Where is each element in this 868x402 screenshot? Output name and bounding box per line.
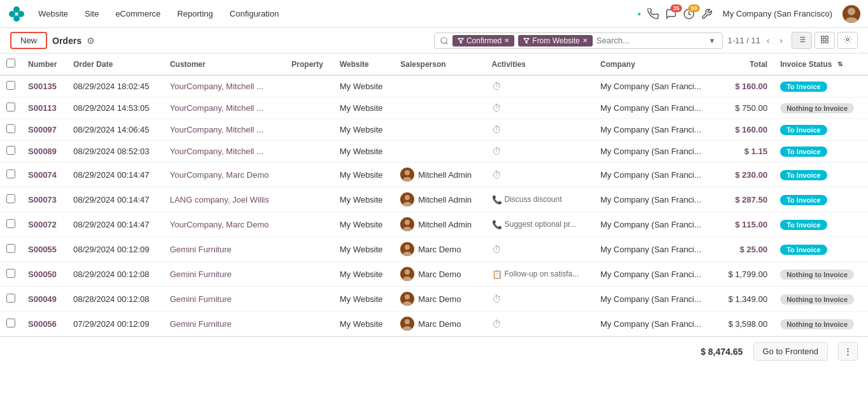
filter-confirmed[interactable]: Confirmed ✕: [452, 35, 514, 47]
nav-ecommerce[interactable]: eCommerce: [109, 6, 167, 21]
table-row: S0007308/29/2024 00:14:47LANG company, J…: [0, 187, 868, 212]
col-header-salesperson[interactable]: Salesperson: [394, 54, 485, 75]
activity-clock: ⏱: [492, 294, 588, 305]
cell-number[interactable]: S00073: [22, 187, 67, 212]
salesperson-cell: Marc Demo: [400, 267, 479, 281]
row-checkbox[interactable]: [6, 319, 15, 327]
filter-icon2: [523, 38, 530, 44]
cell-activities[interactable]: ⏱: [486, 75, 594, 97]
nav-site[interactable]: Site: [78, 6, 105, 21]
page-title: Orders: [52, 36, 82, 46]
cell-customer[interactable]: YourCompany, Mitchell ...: [163, 141, 285, 162]
cell-date: 07/29/2024 00:12:09: [67, 312, 163, 336]
search-input[interactable]: [597, 36, 704, 45]
cell-number[interactable]: S00135: [22, 75, 67, 97]
row-checkbox[interactable]: [6, 146, 15, 155]
row-checkbox[interactable]: [6, 124, 15, 133]
next-page-button[interactable]: ›: [776, 34, 786, 47]
cell-number[interactable]: S00050: [22, 262, 67, 287]
cell-salesperson: [394, 97, 485, 119]
row-checkbox[interactable]: [6, 103, 15, 111]
cell-number[interactable]: S00056: [22, 312, 67, 336]
cell-activities[interactable]: ⏱: [486, 141, 594, 162]
col-header-website[interactable]: Website: [333, 54, 394, 75]
cell-activities[interactable]: 📞 Discuss discount: [486, 187, 594, 212]
list-view-button[interactable]: [792, 32, 812, 49]
kanban-view-button[interactable]: [814, 32, 835, 49]
search-dropdown-button[interactable]: ▾: [707, 36, 717, 45]
prev-page-button[interactable]: ‹: [763, 34, 773, 47]
cell-number[interactable]: S00055: [22, 237, 67, 262]
cell-customer[interactable]: Gemini Furniture: [163, 237, 285, 262]
col-header-total[interactable]: Total: [718, 54, 774, 75]
select-all-header[interactable]: [0, 54, 22, 75]
col-header-company[interactable]: Company: [594, 54, 718, 75]
go-to-frontend-button[interactable]: Go to Frontend: [753, 342, 828, 361]
settings-gear-button[interactable]: ⚙: [87, 36, 95, 46]
col-header-activities[interactable]: Activities: [486, 54, 594, 75]
col-header-invoice-status[interactable]: Invoice Status ⇅: [774, 54, 868, 75]
col-header-property[interactable]: Property: [286, 54, 333, 75]
cell-activities[interactable]: ⏱: [486, 97, 594, 119]
filter-from-website-close[interactable]: ✕: [582, 37, 588, 44]
cell-activities[interactable]: ⏱: [486, 287, 594, 312]
activity-text: Suggest optional pr...: [505, 220, 577, 229]
row-checkbox[interactable]: [6, 81, 15, 90]
new-button[interactable]: New: [10, 32, 47, 49]
chat-icon[interactable]: 35: [665, 8, 677, 20]
row-checkbox[interactable]: [6, 219, 15, 228]
table-row: S0009708/29/2024 14:06:45YourCompany, Mi…: [0, 119, 868, 141]
more-options-button[interactable]: ⋮: [838, 342, 858, 361]
cell-customer[interactable]: LANG company, Joel Willis: [163, 187, 285, 212]
cell-activities[interactable]: 📞 Suggest optional pr...: [486, 212, 594, 237]
cell-activities[interactable]: ⏱: [486, 162, 594, 187]
cell-property: [286, 75, 333, 97]
cell-total: $ 115.00: [718, 212, 774, 237]
cell-invoice-status: To Invoice: [774, 212, 868, 237]
cell-customer[interactable]: YourCompany, Marc Demo: [163, 212, 285, 237]
cell-number[interactable]: S00074: [22, 162, 67, 187]
col-header-customer[interactable]: Customer: [163, 54, 285, 75]
wrench-icon[interactable]: [701, 8, 712, 20]
cell-number[interactable]: S00113: [22, 97, 67, 119]
cell-total: $ 160.00: [718, 75, 774, 97]
nav-configuration[interactable]: Configuration: [223, 6, 285, 21]
settings-view-button[interactable]: [837, 32, 858, 49]
cell-customer[interactable]: Gemini Furniture: [163, 312, 285, 336]
cell-invoice-status: Nothing to Invoice: [774, 312, 868, 336]
todo-icon[interactable]: 59: [683, 8, 695, 20]
cell-number[interactable]: S00072: [22, 212, 67, 237]
cell-customer[interactable]: YourCompany, Mitchell ...: [163, 119, 285, 141]
filter-from-website[interactable]: From Website ✕: [518, 35, 592, 47]
user-avatar[interactable]: [843, 5, 860, 23]
top-navigation: Website Site eCommerce Reporting Configu…: [0, 0, 868, 28]
cell-customer[interactable]: Gemini Furniture: [163, 262, 285, 287]
col-header-number[interactable]: Number: [22, 54, 67, 75]
nav-reporting[interactable]: Reporting: [171, 6, 219, 21]
row-checkbox[interactable]: [6, 194, 15, 203]
row-checkbox[interactable]: [6, 294, 15, 303]
cell-customer[interactable]: Gemini Furniture: [163, 287, 285, 312]
select-all-checkbox[interactable]: [6, 59, 15, 68]
cell-date: 08/28/2024 00:12:08: [67, 287, 163, 312]
filter-confirmed-close[interactable]: ✕: [504, 37, 509, 44]
cell-number[interactable]: S00097: [22, 119, 67, 141]
col-header-date[interactable]: Order Date: [67, 54, 163, 75]
cell-customer[interactable]: YourCompany, Marc Demo: [163, 162, 285, 187]
row-checkbox[interactable]: [6, 169, 15, 178]
cell-activities[interactable]: 📋 Follow-up on satisfa...: [486, 262, 594, 287]
cell-number[interactable]: S00089: [22, 141, 67, 162]
cell-number[interactable]: S00049: [22, 287, 67, 312]
cell-activities[interactable]: ⏱: [486, 119, 594, 141]
cell-customer[interactable]: YourCompany, Mitchell ...: [163, 75, 285, 97]
cell-activities[interactable]: ⏱: [486, 312, 594, 336]
cell-activities[interactable]: ⏱: [486, 237, 594, 262]
svg-rect-19: [821, 40, 824, 43]
odoo-logo[interactable]: [8, 5, 25, 23]
row-checkbox[interactable]: [6, 244, 15, 253]
cell-customer[interactable]: YourCompany, Mitchell ...: [163, 97, 285, 119]
phone-icon[interactable]: [647, 8, 659, 20]
cell-property: [286, 97, 333, 119]
nav-website[interactable]: Website: [32, 6, 75, 21]
row-checkbox[interactable]: [6, 269, 15, 278]
